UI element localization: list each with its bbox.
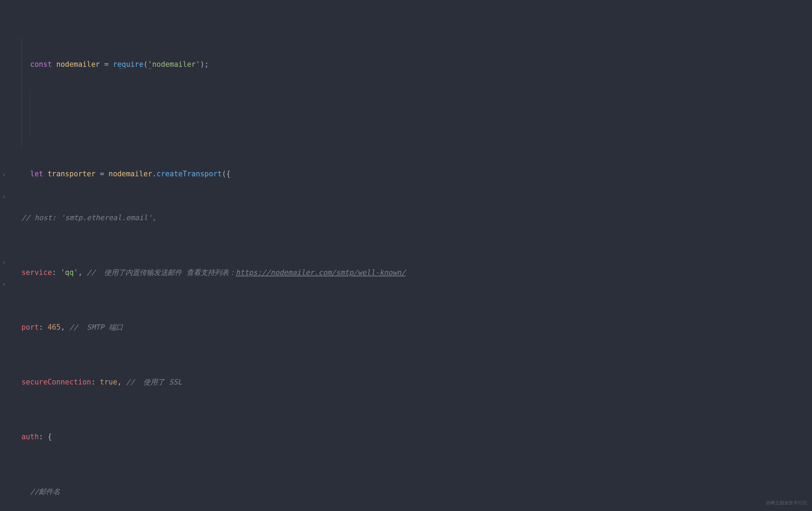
boolean-literal: true [100, 378, 117, 386]
code-line[interactable] [0, 103, 812, 114]
comment: // 使用了内置传输发送邮件 查看支持列表：https://nodemailer… [87, 268, 406, 277]
prop-port: port [22, 323, 39, 331]
keyword-let: let [30, 170, 43, 178]
fn-require: require [113, 60, 143, 69]
prop-auth: auth [22, 433, 39, 441]
number-literal: 465 [48, 323, 61, 331]
code-line[interactable]: let transporter = nodemailer.createTrans… [0, 158, 812, 169]
code-editor[interactable]: const nodemailer = require…('nodemailer'… [0, 0, 812, 511]
code-line[interactable]: //邮件名 [0, 486, 812, 497]
chevron-right-icon[interactable]: › [2, 169, 6, 180]
fn-createTransport: createTransport [156, 170, 222, 178]
chevron-right-icon[interactable]: › [2, 191, 6, 202]
watermark: @稀土掘金技术社区 [766, 497, 807, 508]
identifier-nodemailer: nodemailer [109, 170, 152, 178]
comment: // 使用了 SSL [126, 378, 182, 386]
code-line[interactable]: port: 465, // SMTP 端口 [0, 322, 812, 333]
code-line[interactable]: const nodemailer = require…('nodemailer'… [0, 48, 812, 59]
inlay-hint-icon: … [149, 62, 151, 73]
code-line[interactable]: auth: { [0, 431, 812, 442]
identifier-nodemailer: nodemailer [56, 60, 100, 69]
comment-url[interactable]: https://nodemailer.com/smtp/well-known/ [236, 268, 406, 277]
code-line[interactable]: service: 'qq', // 使用了内置传输发送邮件 查看支持列表：htt… [0, 267, 812, 278]
comment: //邮件名 [30, 487, 60, 496]
code-line[interactable]: // host: 'smtp.ethereal.email', [0, 212, 812, 223]
chevron-right-icon[interactable]: › [2, 257, 6, 268]
code-line[interactable]: secureConnection: true, // 使用了 SSL [0, 377, 812, 388]
string-literal: 'qq' [61, 268, 78, 277]
keyword-const: const [30, 60, 52, 69]
inlay-hint-icon: … [119, 62, 122, 73]
prop-secureConnection: secureConnection [22, 378, 91, 386]
identifier-transporter: transporter [48, 170, 96, 178]
chevron-right-icon[interactable]: › [2, 278, 6, 289]
comment: // host: 'smtp.ethereal.email', [22, 213, 157, 222]
string-literal: 'nodemailer' [148, 60, 200, 69]
gutter: › › › › [0, 0, 10, 511]
comment: // SMTP 端口 [69, 323, 123, 331]
prop-service: service [22, 268, 52, 277]
